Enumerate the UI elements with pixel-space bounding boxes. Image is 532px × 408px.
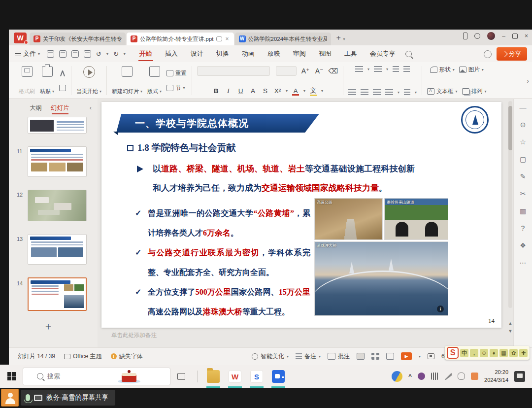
theme-indicator[interactable]: Office 主题 bbox=[64, 352, 101, 361]
restore-button[interactable] bbox=[512, 34, 518, 39]
previous-slide-button[interactable]: ▲ bbox=[508, 321, 513, 326]
edit-icon[interactable]: ✎ bbox=[520, 173, 526, 180]
layout-button[interactable]: 版式▾ bbox=[147, 66, 162, 95]
preview-icon[interactable] bbox=[84, 50, 91, 58]
ime-lang-toggle[interactable]: 中 bbox=[460, 349, 468, 357]
document-tab-2-active[interactable]: P 公路学院简介-转专业宣讲.ppt × bbox=[127, 33, 234, 45]
slide-14[interactable]: 一、学校与学院总体概况 1.8 学院特色与社会贡献 以道路、桥梁、隧道、机场、轨… bbox=[101, 102, 501, 328]
shape-button[interactable]: 形状▾ bbox=[430, 66, 455, 73]
numbered-list-icon[interactable] bbox=[374, 66, 382, 72]
highlight-button[interactable]: 文 bbox=[309, 86, 317, 95]
sogou-logo[interactable]: S bbox=[447, 347, 459, 359]
account-avatar[interactable] bbox=[487, 32, 495, 40]
start-button[interactable] bbox=[0, 365, 23, 388]
ime-punct-icon[interactable]: , bbox=[470, 349, 478, 357]
notes-placeholder[interactable]: 单击此处添加备注 bbox=[111, 332, 157, 339]
tray-app-icon[interactable] bbox=[418, 373, 425, 380]
format-painter-button[interactable]: 格式刷 bbox=[19, 66, 35, 95]
help-icon[interactable]: ? bbox=[521, 225, 525, 232]
line-spacing-icon[interactable] bbox=[404, 89, 410, 95]
weather-tray-icon[interactable] bbox=[392, 371, 402, 382]
textbox-button[interactable]: 文本框▾ bbox=[427, 88, 458, 95]
favorites-icon[interactable]: ☆ bbox=[520, 138, 526, 145]
protect-icon[interactable] bbox=[474, 33, 480, 39]
reading-view-button[interactable] bbox=[386, 353, 394, 360]
tab-tools[interactable]: 工具 bbox=[343, 46, 358, 61]
decrease-font-icon[interactable]: A⁻ bbox=[314, 67, 324, 75]
comment-button[interactable]: 批注 bbox=[328, 352, 350, 361]
play-from-current-button[interactable]: 当页开始▾ bbox=[76, 66, 101, 95]
outdent-icon[interactable] bbox=[393, 66, 399, 72]
increase-font-icon[interactable]: A⁺ bbox=[300, 67, 310, 75]
add-slide-button[interactable]: ＋ bbox=[43, 320, 53, 333]
paste-button[interactable]: 粘贴▾ bbox=[40, 66, 54, 95]
minimize-button[interactable]: – bbox=[502, 33, 505, 39]
ime-mic-icon[interactable]: ♦ bbox=[490, 349, 498, 357]
tunnel-photo[interactable]: 秦岭终南山隧道 bbox=[384, 198, 448, 240]
clear-format-icon[interactable]: ⌫ bbox=[328, 67, 338, 75]
slide-check-list[interactable]: ✓ 曾是亚洲唯一的公路交通大学“公路黄埔”，累计培养各类人才6万余名。 ✓ 与公… bbox=[135, 204, 310, 322]
collapse-panel-icon[interactable]: ‹ bbox=[90, 104, 92, 111]
tab-insert[interactable]: 插入 bbox=[164, 46, 179, 61]
skin-icon[interactable] bbox=[484, 50, 492, 58]
align-right-icon[interactable] bbox=[373, 89, 381, 95]
mic-tray-icon[interactable] bbox=[458, 373, 465, 380]
clip-icon[interactable]: ✂ bbox=[520, 190, 526, 197]
screen-share-indicator[interactable]: 教务-高雪的屏幕共享 bbox=[21, 390, 115, 406]
missing-font-warning[interactable]: !缺失字体 bbox=[111, 352, 143, 361]
slide-canvas[interactable]: 一、学校与学院总体概况 1.8 学院特色与社会贡献 以道路、桥梁、隧道、机场、轨… bbox=[98, 99, 513, 347]
redo-icon[interactable]: ↻ bbox=[113, 50, 119, 58]
document-tab-1[interactable]: P 关于印发《长安大学本科生转专业及 bbox=[30, 33, 126, 45]
assistant-icon[interactable]: ❖ bbox=[520, 242, 526, 249]
output-icon[interactable] bbox=[59, 50, 66, 58]
ime-emoji-icon[interactable]: ☺ bbox=[480, 349, 488, 357]
new-tab-button[interactable]: ＋ bbox=[335, 33, 342, 42]
char-spacing-button[interactable]: A bbox=[249, 87, 257, 95]
slide-section-banner[interactable]: 一、学校与学院总体概况 bbox=[116, 114, 319, 133]
info-icon[interactable]: i bbox=[437, 306, 444, 312]
meeting-avatar[interactable] bbox=[1, 389, 19, 407]
slides-tab[interactable]: 幻灯片 bbox=[51, 104, 69, 112]
slide-bullet-text[interactable]: 以道路、桥梁、隧道、机场、轨道、岩土等交通基础设施工程科技创新和人才培养为己任，… bbox=[136, 159, 415, 198]
tab-view[interactable]: 视图 bbox=[318, 46, 332, 61]
properties-icon[interactable]: ⊙ bbox=[520, 121, 526, 128]
tab-member[interactable]: 会员专享 bbox=[369, 46, 397, 61]
next-slide-button[interactable]: ▼ bbox=[508, 329, 513, 334]
italic-button[interactable]: I bbox=[224, 87, 233, 95]
tab-home[interactable]: 开始 bbox=[138, 46, 153, 61]
print-icon[interactable] bbox=[71, 50, 79, 58]
university-logo[interactable] bbox=[461, 106, 489, 134]
document-tab-3[interactable]: W 公路学院2024年本科生转专业及专业 bbox=[235, 33, 331, 45]
cut-icon[interactable] bbox=[59, 70, 66, 76]
new-tab-caret[interactable]: ▾ bbox=[343, 37, 345, 41]
bridge-photo[interactable]: 港珠澳大桥 i bbox=[314, 241, 448, 316]
desert-highway-photo[interactable]: 高速公路 bbox=[314, 198, 383, 240]
taskbar-app-browser[interactable]: S bbox=[246, 365, 267, 388]
network-icon[interactable] bbox=[431, 373, 438, 380]
task-view-button[interactable] bbox=[177, 373, 185, 380]
search-highlight-cake-icon[interactable] bbox=[116, 370, 142, 384]
notification-center-button[interactable] bbox=[514, 371, 525, 382]
font-name-select[interactable] bbox=[197, 66, 270, 76]
taskbar-app-wps[interactable]: W bbox=[224, 365, 246, 388]
comments-panel-icon[interactable]: ▢ bbox=[520, 156, 526, 163]
mobile-view-icon[interactable] bbox=[463, 33, 467, 39]
vertical-scrollbar[interactable] bbox=[508, 101, 512, 308]
picture-button[interactable]: 图片▾ bbox=[459, 66, 484, 73]
wps-logo[interactable]: W bbox=[14, 33, 27, 43]
collapse-rail-icon[interactable]: — bbox=[520, 104, 527, 111]
fullscreen-icon[interactable] bbox=[428, 353, 434, 359]
save-icon[interactable] bbox=[47, 50, 54, 58]
superscript-button[interactable]: X² bbox=[273, 87, 282, 95]
copy-icon[interactable] bbox=[59, 85, 66, 91]
reset-button[interactable]: 重置 bbox=[166, 69, 187, 77]
file-menu[interactable]: 文件 ▾ bbox=[15, 49, 40, 58]
arrange-button[interactable]: 排列▾ bbox=[462, 88, 487, 95]
more-caret[interactable]: ▾ bbox=[124, 52, 126, 56]
taskbar-search[interactable] bbox=[23, 368, 170, 385]
tray-expand-chevron[interactable]: ^ bbox=[408, 373, 412, 380]
bold-button[interactable]: B bbox=[212, 87, 220, 95]
tab-review[interactable]: 审阅 bbox=[292, 46, 307, 61]
smart-beautify-button[interactable]: 智能美化▾ bbox=[252, 352, 289, 361]
slide-thumbnail-11[interactable] bbox=[28, 146, 88, 177]
